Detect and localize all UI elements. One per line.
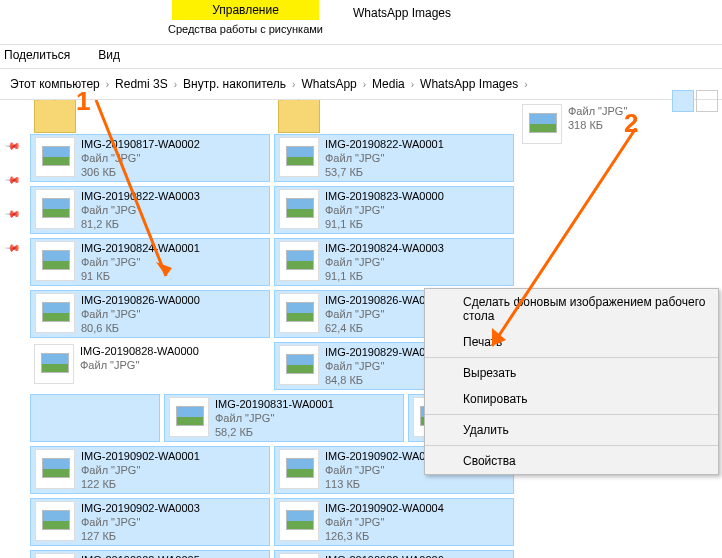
file-item[interactable]: IMG-20190822-WA0001Файл "JPG"53,7 КБ (274, 134, 514, 182)
file-item[interactable]: IMG-20190902-WA0006Файл "JPG"70,5 КБ (274, 550, 514, 558)
file-item[interactable]: IMG-20190902-WA0003Файл "JPG"127 КБ (30, 498, 270, 546)
file-item[interactable]: IMG-20190902-WA0001Файл "JPG"122 КБ (30, 446, 270, 494)
file-size: 91,1 КБ (325, 217, 444, 231)
file-size: 91,1 КБ (325, 269, 444, 283)
image-file-icon (35, 137, 75, 177)
file-size: 306 КБ (81, 165, 200, 179)
menu-delete[interactable]: Удалить (425, 417, 718, 443)
folder-icon (278, 100, 320, 133)
menu-copy[interactable]: Копировать (425, 386, 718, 412)
file-item[interactable]: IMG-20190817-WA0002Файл "JPG"306 КБ (30, 134, 270, 182)
image-file-icon (279, 189, 319, 229)
chevron-right-icon[interactable]: › (409, 79, 416, 90)
menu-separator (425, 445, 718, 446)
file-type: Файл "JPG" (568, 104, 627, 118)
chevron-right-icon[interactable]: › (172, 79, 179, 90)
annotation-number-2: 2 (624, 108, 638, 139)
file-item[interactable] (30, 394, 160, 442)
file-item[interactable]: IMG-20190902-WA0005Файл "JPG"220 КБ (30, 550, 270, 558)
image-file-icon (169, 397, 209, 437)
file-size: 126,3 КБ (325, 529, 444, 543)
folder-item[interactable] (274, 102, 514, 130)
file-name: IMG-20190902-WA0001 (81, 449, 200, 463)
file-item[interactable]: IMG-20190822-WA0003Файл "JPG"81,2 КБ (30, 186, 270, 234)
quick-access-sidebar: 📌 📌 📌 📌 (0, 100, 24, 558)
context-menu: Сделать фоновым изображением рабочего ст… (424, 288, 719, 475)
file-type: Файл "JPG" (215, 411, 334, 425)
file-name: IMG-20190902-WA0004 (325, 501, 444, 515)
file-item[interactable]: IMG-20190824-WA0003Файл "JPG"91,1 КБ (274, 238, 514, 286)
ribbon-contextual-badge[interactable]: Управление (172, 0, 319, 20)
image-file-icon (35, 449, 75, 489)
file-type: Файл "JPG" (81, 255, 200, 269)
folder-icon (34, 100, 76, 133)
file-item[interactable]: IMG-20190826-WA0000Файл "JPG"80,6 КБ (30, 290, 270, 338)
file-size: 58,2 КБ (215, 425, 334, 439)
image-file-icon (279, 137, 319, 177)
image-file-icon (35, 241, 75, 281)
crumb-5[interactable]: WhatsApp Images (416, 77, 522, 91)
file-type: Файл "JPG" (81, 151, 200, 165)
file-name: IMG-20190822-WA0003 (81, 189, 200, 203)
crumb-4[interactable]: Media (368, 77, 409, 91)
file-name: IMG-20190828-WA0000 (80, 344, 199, 358)
file-name: IMG-20190822-WA0001 (325, 137, 444, 151)
image-file-icon (35, 501, 75, 541)
menu-separator (425, 414, 718, 415)
file-type: Файл "JPG" (81, 203, 200, 217)
file-type: Файл "JPG" (325, 515, 444, 529)
image-file-icon (279, 345, 319, 385)
pin-icon[interactable]: 📌 (5, 138, 19, 152)
menu-separator (425, 357, 718, 358)
chevron-right-icon[interactable]: › (104, 79, 111, 90)
file-item[interactable]: IMG-20190828-WA0000Файл "JPG" (30, 342, 270, 390)
file-type: Файл "JPG" (81, 463, 200, 477)
image-file-icon (279, 293, 319, 333)
tab-share[interactable]: Поделиться (4, 48, 70, 62)
ribbon-contextual-group: Управление Средства работы с рисунками (158, 0, 333, 38)
file-name: IMG-20190831-WA0001 (215, 397, 334, 411)
image-file-icon (279, 241, 319, 281)
image-file-icon (35, 293, 75, 333)
file-name: IMG-20190823-WA0000 (325, 189, 444, 203)
file-size: 80,6 КБ (81, 321, 200, 335)
file-name: IMG-20190902-WA0005 (81, 553, 200, 558)
file-size: 53,7 КБ (325, 165, 444, 179)
file-type: Файл "JPG" (325, 151, 444, 165)
file-size: 113 КБ (325, 477, 444, 491)
image-file-icon (35, 553, 75, 558)
menu-set-wallpaper[interactable]: Сделать фоновым изображением рабочего ст… (425, 289, 718, 329)
tab-view[interactable]: Вид (98, 48, 120, 62)
image-file-icon (34, 344, 74, 384)
file-name: IMG-20190824-WA0001 (81, 241, 200, 255)
file-type: Файл "JPG" (81, 515, 200, 529)
file-item[interactable]: IMG-20190902-WA0004Файл "JPG"126,3 КБ (274, 498, 514, 546)
image-file-icon (279, 449, 319, 489)
crumb-1[interactable]: Redmi 3S (111, 77, 172, 91)
crumb-3[interactable]: WhatsApp (297, 77, 360, 91)
window-title: WhatsApp Images (333, 0, 471, 26)
file-type: Файл "JPG" (325, 255, 444, 269)
file-item[interactable]: IMG-20190824-WA0001Файл "JPG"91 КБ (30, 238, 270, 286)
file-size: 318 КБ (568, 118, 627, 132)
pin-icon[interactable]: 📌 (5, 172, 19, 186)
file-size: 91 КБ (81, 269, 200, 283)
file-name: IMG-20190817-WA0002 (81, 137, 200, 151)
crumb-2[interactable]: Внутр. накопитель (179, 77, 290, 91)
file-item[interactable]: IMG-20190831-WA0001Файл "JPG"58,2 КБ (164, 394, 404, 442)
breadcrumb[interactable]: Этот компьютер› Redmi 3S› Внутр. накопит… (0, 69, 722, 100)
image-file-icon (522, 104, 562, 144)
chevron-right-icon[interactable]: › (290, 79, 297, 90)
folder-item[interactable] (30, 102, 270, 130)
menu-properties[interactable]: Свойства (425, 448, 718, 474)
ribbon-contextual-tab[interactable]: Средства работы с рисунками (158, 20, 333, 38)
chevron-right-icon[interactable]: › (361, 79, 368, 90)
image-file-icon (35, 189, 75, 229)
file-item[interactable]: IMG-20190823-WA0000Файл "JPG"91,1 КБ (274, 186, 514, 234)
pin-icon[interactable]: 📌 (5, 206, 19, 220)
menu-print[interactable]: Печать (425, 329, 718, 355)
menu-cut[interactable]: Вырезать (425, 360, 718, 386)
file-name: IMG-20190902-WA0006 (325, 553, 444, 558)
pin-icon[interactable]: 📌 (5, 240, 19, 254)
chevron-right-icon[interactable]: › (522, 79, 529, 90)
